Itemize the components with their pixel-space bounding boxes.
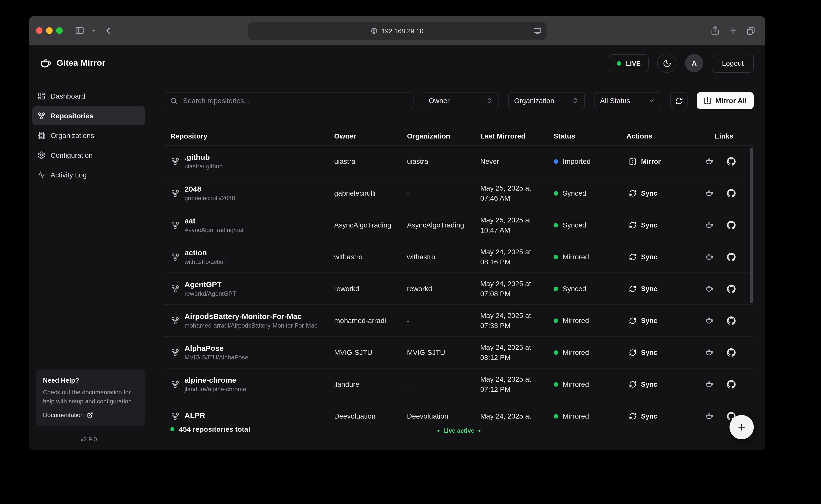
github-link[interactable] xyxy=(727,380,736,388)
sync-button[interactable]: Sync xyxy=(623,249,664,265)
last-mirrored-cell: May 24, 2025 at 08:16 PM xyxy=(474,246,547,267)
git-fork-icon xyxy=(171,157,179,166)
tab-overview-icon[interactable] xyxy=(746,26,755,35)
organization-cell: Deevoluation xyxy=(400,412,474,420)
toolbar: Owner Organization All Status xyxy=(164,92,754,109)
sidebar: Dashboard Repositories Organizations Con… xyxy=(29,81,152,450)
share-icon[interactable] xyxy=(710,26,720,35)
gitea-icon xyxy=(705,157,714,166)
browser-toolbar: 192.168.29.10 xyxy=(29,16,765,45)
sidebar-toggle-icon[interactable] xyxy=(75,26,84,35)
owner-filter-select[interactable]: Owner xyxy=(423,92,499,109)
status-cell: Synced xyxy=(547,221,620,229)
table-row[interactable]: action withastro/action withastro withas… xyxy=(164,241,754,273)
gitea-link[interactable] xyxy=(705,189,714,197)
gitea-link[interactable] xyxy=(705,348,714,357)
status-dot xyxy=(554,350,558,355)
avatar[interactable]: A xyxy=(685,54,703,72)
organization-filter-select[interactable]: Organization xyxy=(508,92,585,109)
github-link[interactable] xyxy=(727,189,736,197)
sync-button[interactable]: Sync xyxy=(623,185,664,201)
table-row[interactable]: alpine-chrome jlandure/alpine-chrome jla… xyxy=(164,369,754,400)
github-link[interactable] xyxy=(727,253,736,261)
sync-button[interactable]: Sync xyxy=(623,217,664,233)
zoom-window-button[interactable] xyxy=(56,27,63,34)
back-icon[interactable] xyxy=(103,26,113,36)
gitea-link[interactable] xyxy=(705,380,714,388)
reader-icon[interactable] xyxy=(533,27,541,35)
status-filter-select[interactable]: All Status xyxy=(594,92,661,109)
refresh-button[interactable] xyxy=(670,92,688,109)
theme-toggle-button[interactable] xyxy=(657,54,676,73)
owner-cell: MVIG-SJTU xyxy=(328,348,400,356)
logout-button[interactable]: Logout xyxy=(712,54,754,73)
add-repository-fab-button[interactable] xyxy=(729,415,754,439)
globe-icon xyxy=(371,27,378,34)
main-content: Owner Organization All Status xyxy=(152,81,765,450)
table-row[interactable]: aat AsyncAlgoTrading/aat AsyncAlgoTradin… xyxy=(164,209,754,241)
gitea-icon xyxy=(705,380,714,388)
chevron-down-icon xyxy=(648,97,655,104)
gitea-link[interactable] xyxy=(705,412,714,420)
gitea-link[interactable] xyxy=(705,316,714,325)
table-row[interactable]: ALPR Deevoluation Deevoluation May 24, 2… xyxy=(164,400,754,421)
github-icon xyxy=(727,348,736,357)
table-row[interactable]: AlphaPose MVIG-SJTU/AlphaPose MVIG-SJTU … xyxy=(164,337,754,369)
address-bar[interactable]: 192.168.29.10 xyxy=(248,22,546,40)
github-link[interactable] xyxy=(727,157,736,166)
gitea-link[interactable] xyxy=(705,253,714,261)
owner-cell: uiastra xyxy=(328,157,400,165)
status-dot xyxy=(554,159,558,164)
sync-icon xyxy=(629,380,636,388)
sidebar-item-repositories[interactable]: Repositories xyxy=(32,106,145,125)
status-label: Mirrored xyxy=(563,412,589,420)
close-window-button[interactable] xyxy=(36,27,42,34)
sidebar-item-organizations[interactable]: Organizations xyxy=(32,126,145,145)
sidebar-item-activity-log[interactable]: Activity Log xyxy=(32,165,145,185)
git-fork-icon xyxy=(171,284,179,293)
sync-icon xyxy=(629,189,636,197)
table-row[interactable]: .github uiastra/.github uiastra uiastra … xyxy=(164,146,754,177)
chevrons-up-down-icon xyxy=(572,97,579,104)
repo-full-name: withastro/action xyxy=(185,258,227,265)
status-cell: Imported xyxy=(547,157,620,165)
github-link[interactable] xyxy=(727,284,736,293)
sync-button[interactable]: Sync xyxy=(623,313,664,328)
column-header: Status xyxy=(547,132,620,140)
git-fork-icon xyxy=(37,112,45,120)
status-dot xyxy=(554,414,558,418)
brand: Gitea Mirror xyxy=(39,57,105,70)
gitea-link[interactable] xyxy=(705,157,714,166)
sync-icon xyxy=(629,285,636,292)
status-dot xyxy=(554,223,558,227)
github-link[interactable] xyxy=(727,316,736,325)
sidebar-item-dashboard[interactable]: Dashboard xyxy=(32,86,145,106)
sync-button[interactable]: Sync xyxy=(623,408,664,421)
gitea-icon xyxy=(705,189,714,197)
new-tab-icon[interactable] xyxy=(728,26,738,35)
sync-button[interactable]: Sync xyxy=(623,345,664,360)
repo-full-name: uiastra/.github xyxy=(185,163,223,170)
sync-button[interactable]: Sync xyxy=(623,281,664,296)
git-fork-icon xyxy=(171,189,179,197)
mirror-all-button[interactable]: Mirror All xyxy=(697,92,754,109)
sync-button[interactable]: Sync xyxy=(623,376,664,392)
gitea-link[interactable] xyxy=(705,221,714,229)
scrollbar-thumb[interactable] xyxy=(750,148,753,303)
table-row[interactable]: 2048 gabrielecirulli/2048 gabrielecirull… xyxy=(164,177,754,209)
gitea-icon xyxy=(705,253,714,261)
gitea-link[interactable] xyxy=(705,284,714,293)
action-label: Sync xyxy=(641,317,657,324)
github-link[interactable] xyxy=(727,348,736,357)
sidebar-item-configuration[interactable]: Configuration xyxy=(32,146,145,165)
search-input[interactable] xyxy=(182,96,407,105)
table-row[interactable]: AirpodsBattery-Monitor-For-Mac mohamed-a… xyxy=(164,305,754,337)
minimize-window-button[interactable] xyxy=(46,27,53,34)
screen: 192.168.29.10 xyxy=(0,0,821,504)
github-link[interactable] xyxy=(727,221,736,229)
table-row[interactable]: AgentGPT reworkd/AgentGPT reworkd rework… xyxy=(164,273,754,305)
last-mirrored-cell: Never xyxy=(474,156,547,167)
documentation-link[interactable]: Documentation xyxy=(43,411,93,419)
chevron-down-icon[interactable] xyxy=(91,28,97,33)
mirror-button[interactable]: Mirror xyxy=(623,153,667,169)
